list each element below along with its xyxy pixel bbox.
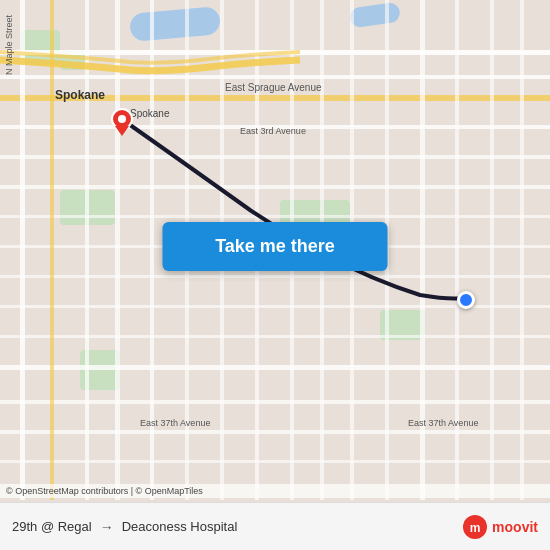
street-label-maple: N Maple Street xyxy=(4,15,14,75)
svg-rect-18 xyxy=(115,0,120,500)
route-info: 29th @ Regal → Deaconess Hospital xyxy=(12,519,462,535)
svg-rect-11 xyxy=(0,365,550,370)
svg-rect-12 xyxy=(0,400,550,404)
svg-text:m: m xyxy=(470,521,481,535)
svg-rect-6 xyxy=(0,215,550,218)
svg-rect-1 xyxy=(0,75,550,79)
svg-rect-8 xyxy=(0,275,550,278)
destination-dot xyxy=(457,291,475,309)
bottom-bar: 29th @ Regal → Deaconess Hospital m moov… xyxy=(0,502,550,550)
svg-rect-14 xyxy=(0,460,550,463)
street-label-37th-right: East 37th Avenue xyxy=(408,418,478,428)
svg-rect-15 xyxy=(20,0,25,500)
svg-rect-17 xyxy=(85,0,89,500)
svg-point-33 xyxy=(118,115,126,123)
map-container: N Maple Street East Sprague Avenue East … xyxy=(0,0,550,550)
moovit-logo: m moovit xyxy=(462,514,538,540)
street-label-3rd: East 3rd Avenue xyxy=(240,126,306,136)
map-attribution: © OpenStreetMap contributors | © OpenMap… xyxy=(0,484,550,498)
route-arrow-icon: → xyxy=(100,519,114,535)
svg-rect-10 xyxy=(0,335,550,338)
svg-marker-32 xyxy=(115,126,129,136)
svg-rect-29 xyxy=(490,0,494,500)
moovit-logo-icon: m xyxy=(462,514,488,540)
city-label-spokane: Spokane xyxy=(55,88,105,102)
svg-rect-16 xyxy=(50,0,54,500)
street-label-sprague: East Sprague Avenue xyxy=(225,82,322,93)
svg-rect-5 xyxy=(0,185,550,189)
route-origin: 29th @ Regal xyxy=(12,519,92,534)
route-destination: Deaconess Hospital xyxy=(122,519,238,534)
pin-label-spokane: Spokane xyxy=(130,108,169,119)
origin-pin xyxy=(111,108,133,142)
take-me-there-button[interactable]: Take me there xyxy=(163,222,388,271)
svg-rect-4 xyxy=(0,155,550,159)
svg-rect-30 xyxy=(520,0,524,500)
street-label-37th-left: East 37th Avenue xyxy=(140,418,210,428)
svg-rect-13 xyxy=(0,430,550,434)
moovit-text: moovit xyxy=(492,519,538,535)
